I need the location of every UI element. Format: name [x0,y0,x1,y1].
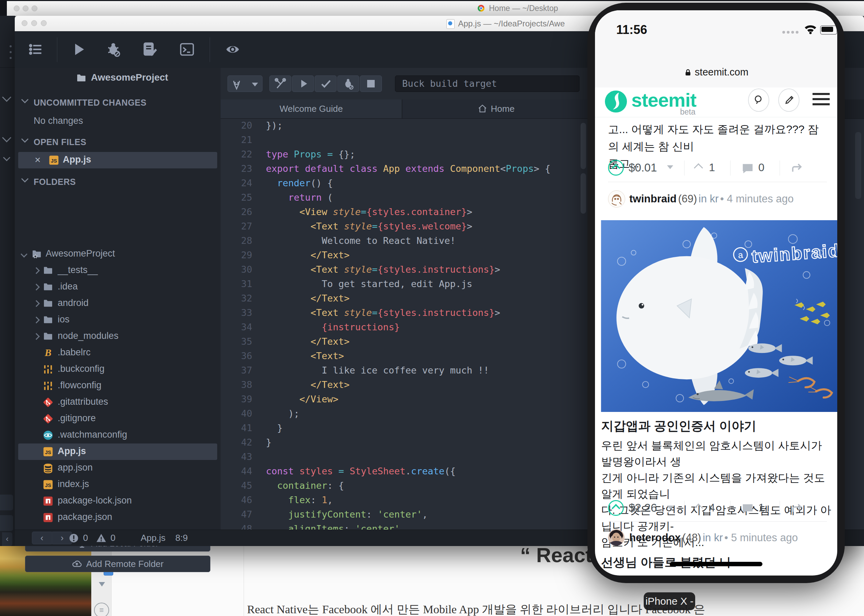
tree-item-app-js[interactable]: JSApp.js [15,443,220,460]
payout-amount[interactable]: $2.26 [629,501,657,514]
tab-welcome-guide[interactable]: Welcome Guide [220,99,402,118]
error-icon[interactable] [69,533,79,543]
payout-caret-icon[interactable] [667,506,673,509]
section-chevron-icon[interactable] [21,96,28,103]
vote-chevron-icon[interactable] [694,163,703,173]
upvote-button[interactable] [608,160,624,176]
collapse-chevron-icon[interactable] [3,154,10,161]
cut-button[interactable] [0,515,13,531]
tree-item-package-lock-json[interactable]: package-lock.json [15,493,220,509]
buck-debug-button[interactable] [337,75,359,92]
status-filename[interactable]: App.js [141,533,165,543]
buck-build-button[interactable] [269,75,291,92]
terminal-icon[interactable] [179,42,195,57]
tab-home[interactable]: Home [403,99,590,118]
avatar[interactable] [608,529,625,546]
author-name[interactable]: twinbraid [629,193,677,205]
menu-circle-button[interactable]: ≡ [94,603,109,616]
section-uncommitted-changes[interactable]: UNCOMMITTED CHANGES [34,98,146,108]
tree-item-awesomeproject[interactable]: AwesomeProject [15,246,220,262]
disclosure-triangle-icon[interactable] [99,582,105,586]
comments-icon[interactable] [741,502,754,515]
hamburger-menu-button[interactable] [812,93,830,107]
back-nav-button[interactable]: ‹ [2,532,13,546]
tree-item--tests-[interactable]: __tests__ [15,262,220,279]
editor-scrollbar[interactable] [581,173,586,214]
expand-chevron-icon[interactable] [33,317,40,324]
tree-item--gitignore[interactable]: .gitignore [15,410,220,427]
close-button[interactable] [14,5,20,11]
watch-eye-icon[interactable] [225,42,240,57]
comments-icon[interactable] [741,162,754,175]
tree-item--buckconfig[interactable]: .buckconfig [15,361,220,378]
cut-button[interactable] [0,495,13,510]
minimize-button[interactable] [31,20,37,26]
section-open-files[interactable]: OPEN FILES [34,137,87,147]
cursor-position[interactable]: 8:9 [175,533,188,543]
payout-amount[interactable]: $0.01 [629,161,657,174]
tree-item--watchmanconfig[interactable]: .watchmanconfig [15,427,220,443]
tree-item--idea[interactable]: .idea [15,279,220,295]
payout-caret-icon[interactable] [667,165,673,169]
tree-item--babelrc[interactable]: B.babelrc [15,345,220,361]
code-text: return ( [252,192,333,203]
outline-icon[interactable] [28,42,43,57]
open-file-row[interactable]: × JS App.js [18,152,217,168]
tree-item--flowconfig[interactable]: .flowconfig [15,378,220,394]
brand-beta: beta [680,107,696,116]
close-file-icon[interactable]: × [35,154,41,166]
tree-item-ios[interactable]: ios [15,312,220,328]
post-title[interactable]: 지갑앱과 공인인증서 이야기 [601,418,756,435]
iphone-simulator: 11:56 steemit.com steemit beta [587,3,845,583]
tree-item--gitattributes[interactable]: .gitattributes [15,394,220,410]
collapse-chevron-icon[interactable] [2,93,11,102]
expand-chevron-icon[interactable] [33,333,40,340]
buck-stop-button[interactable] [360,75,382,92]
compose-button[interactable] [778,88,799,112]
warning-icon[interactable] [96,533,106,543]
tree-item-index-js[interactable]: JSindex.js [15,476,220,493]
tree-item-label: .buckconfig [58,363,105,374]
minimize-button[interactable] [23,5,28,11]
post-image[interactable]: a twinbraid [601,220,837,412]
section-folders[interactable]: FOLDERS [34,177,76,187]
community-link[interactable]: in kr [703,532,723,544]
buck-build-target-input[interactable]: Buck build target [395,75,579,92]
tree-item-app-json[interactable]: app.json [15,460,220,476]
desktop: Home — ~/Desktop ‹ ≡ “ React React Nativ… [0,0,864,616]
buck-run-button[interactable] [292,75,314,92]
home-indicator[interactable] [670,562,762,566]
community-link[interactable]: in kr [699,193,719,205]
task-check-icon[interactable] [142,42,157,57]
author-name[interactable]: heterodox [629,532,681,544]
debug-disabled-icon[interactable] [106,42,121,57]
expand-chevron-icon[interactable] [33,300,40,307]
expand-chevron-icon[interactable] [33,267,40,274]
steemit-logo[interactable] [604,90,628,113]
section-chevron-icon[interactable] [21,135,28,143]
reshare-icon[interactable] [790,162,804,175]
zoom-button[interactable] [41,20,47,26]
expand-chevron-icon[interactable] [33,284,40,291]
url-bar[interactable]: steemit.com [595,66,837,78]
close-button[interactable] [22,20,27,26]
tree-item-android[interactable]: android [15,295,220,312]
nav-back-button[interactable]: ‹ [32,532,52,544]
collapse-chevron-icon[interactable] [2,133,11,142]
run-icon[interactable] [71,42,87,57]
add-remote-folder-button[interactable]: Add Remote Folder [25,556,210,572]
section-chevron-icon[interactable] [21,175,28,182]
buck-target-button[interactable] [228,75,263,92]
editor-scrollbar[interactable] [581,123,586,169]
upvote-button[interactable] [608,500,624,516]
search-button[interactable] [748,88,769,112]
buck-test-button[interactable] [315,75,337,92]
zoom-button[interactable] [31,5,38,11]
pane-scrollbar[interactable] [855,132,861,199]
tree-item-node-modules[interactable]: node_modules [15,328,220,345]
avatar[interactable] [608,190,625,207]
reshare-icon[interactable] [790,502,804,515]
vote-chevron-icon[interactable] [694,503,703,513]
expand-chevron-icon[interactable] [20,251,27,258]
tree-item-package-json[interactable]: package.json [15,509,220,526]
